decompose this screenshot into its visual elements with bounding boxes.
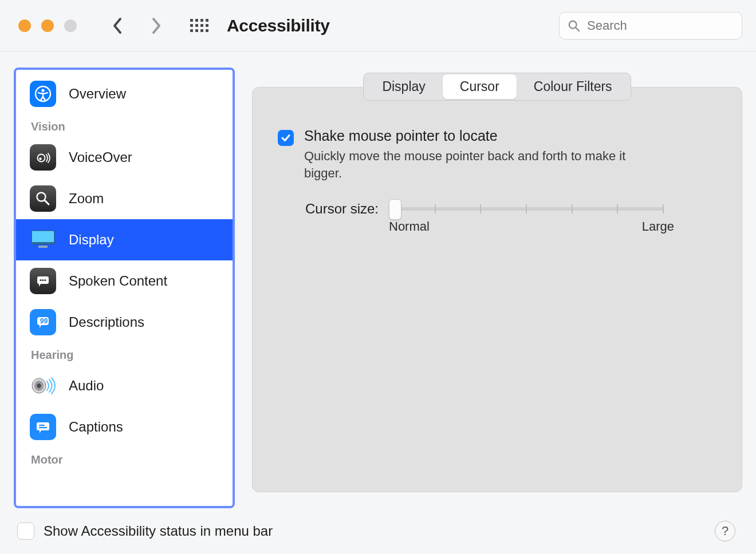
sidebar-item-label: Captions bbox=[69, 419, 123, 435]
svg-rect-10 bbox=[38, 246, 48, 248]
tab-colour-filters[interactable]: Colour Filters bbox=[517, 74, 629, 99]
sidebar-item-captions[interactable]: Captions bbox=[16, 406, 233, 448]
sidebar-item-voiceover[interactable]: VoiceOver bbox=[16, 137, 233, 178]
chevron-left-icon bbox=[112, 17, 124, 34]
sidebar-item-zoom[interactable]: Zoom bbox=[16, 178, 233, 219]
footer: Show Accessibility status in menu bar ? bbox=[14, 508, 742, 554]
sidebar-item-label: Overview bbox=[69, 86, 126, 102]
sidebar-item-label: VoiceOver bbox=[69, 149, 132, 165]
titlebar: Accessibility bbox=[0, 0, 756, 52]
svg-point-14 bbox=[44, 279, 46, 281]
nav-buttons bbox=[110, 18, 164, 34]
cursor-size-label: Cursor size: bbox=[298, 201, 379, 217]
captions-icon bbox=[30, 414, 56, 440]
close-window-button[interactable] bbox=[18, 19, 31, 32]
sidebar-item-audio[interactable]: Audio bbox=[16, 365, 233, 406]
slider-max-label: Large bbox=[642, 219, 674, 234]
tab-display[interactable]: Display bbox=[365, 74, 442, 99]
tab-bar: Display Cursor Colour Filters bbox=[363, 73, 631, 101]
shake-pointer-description: Quickly move the mouse pointer back and … bbox=[304, 148, 659, 181]
back-button[interactable] bbox=[110, 18, 126, 34]
sidebar-item-label: Display bbox=[69, 232, 114, 248]
search-field[interactable] bbox=[559, 12, 742, 39]
sidebar-item-label: Zoom bbox=[69, 191, 104, 207]
cursor-size-row: Cursor size: bbox=[298, 201, 716, 217]
shake-pointer-label: Shake mouse pointer to locate bbox=[304, 128, 659, 144]
sidebar-item-overview[interactable]: Overview bbox=[16, 73, 233, 114]
svg-rect-21 bbox=[39, 425, 45, 426]
window-controls bbox=[18, 19, 77, 32]
svg-rect-22 bbox=[39, 427, 47, 428]
svg-point-19 bbox=[37, 383, 41, 388]
show-status-label: Show Accessibility status in menu bar bbox=[44, 523, 273, 539]
descriptions-icon: 99 bbox=[30, 309, 56, 335]
show-status-checkbox[interactable] bbox=[17, 523, 34, 540]
section-hearing: Hearing bbox=[16, 343, 233, 365]
svg-text:99: 99 bbox=[40, 317, 48, 325]
slider-range-labels: Normal Large bbox=[389, 219, 674, 234]
forward-button[interactable] bbox=[148, 18, 164, 34]
check-icon bbox=[281, 133, 291, 143]
tab-cursor[interactable]: Cursor bbox=[443, 74, 517, 99]
audio-icon bbox=[30, 373, 56, 399]
accessibility-icon bbox=[30, 81, 56, 107]
help-button[interactable]: ? bbox=[715, 521, 735, 541]
cursor-size-slider[interactable] bbox=[389, 202, 664, 216]
shake-pointer-checkbox[interactable] bbox=[278, 130, 294, 146]
svg-line-7 bbox=[45, 200, 49, 204]
sidebar-item-label: Descriptions bbox=[69, 314, 144, 330]
zoom-icon bbox=[30, 185, 56, 212]
sidebar[interactable]: Overview Vision VoiceOver Zoom bbox=[14, 68, 235, 508]
main-pane: Display Cursor Colour Filters Shake mous… bbox=[252, 68, 742, 508]
sidebar-item-label: Audio bbox=[69, 378, 104, 394]
slider-ticks bbox=[389, 204, 664, 213]
grid-dot-icon bbox=[190, 19, 193, 22]
fullscreen-window-button[interactable] bbox=[64, 19, 77, 32]
slider-min-label: Normal bbox=[389, 219, 430, 234]
svg-line-1 bbox=[576, 27, 579, 31]
slider-thumb[interactable] bbox=[389, 199, 401, 220]
sidebar-item-display[interactable]: Display bbox=[16, 219, 233, 260]
svg-rect-9 bbox=[32, 242, 54, 244]
svg-point-13 bbox=[42, 279, 44, 281]
voiceover-icon bbox=[30, 144, 56, 171]
minimize-window-button[interactable] bbox=[41, 19, 54, 32]
spoken-content-icon bbox=[30, 268, 56, 294]
section-motor: Motor bbox=[16, 448, 233, 470]
search-input[interactable] bbox=[586, 18, 734, 34]
svg-rect-20 bbox=[37, 422, 49, 430]
display-icon bbox=[30, 227, 56, 253]
sidebar-item-spoken-content[interactable]: Spoken Content bbox=[16, 260, 233, 302]
sidebar-item-label: Spoken Content bbox=[69, 273, 167, 289]
accessibility-window: Accessibility Overview Vision bbox=[0, 0, 756, 554]
sidebar-item-descriptions[interactable]: 99 Descriptions bbox=[16, 302, 233, 343]
page-title: Accessibility bbox=[227, 16, 330, 35]
settings-card: Display Cursor Colour Filters Shake mous… bbox=[252, 87, 742, 492]
svg-point-5 bbox=[39, 157, 41, 160]
chevron-right-icon bbox=[150, 17, 162, 34]
svg-point-12 bbox=[40, 279, 41, 281]
show-all-prefs-button[interactable] bbox=[189, 15, 210, 36]
section-vision: Vision bbox=[16, 114, 233, 137]
body: Overview Vision VoiceOver Zoom bbox=[0, 52, 756, 554]
svg-point-3 bbox=[41, 89, 44, 92]
shake-pointer-row: Shake mouse pointer to locate Quickly mo… bbox=[278, 128, 716, 181]
search-icon bbox=[568, 19, 580, 32]
